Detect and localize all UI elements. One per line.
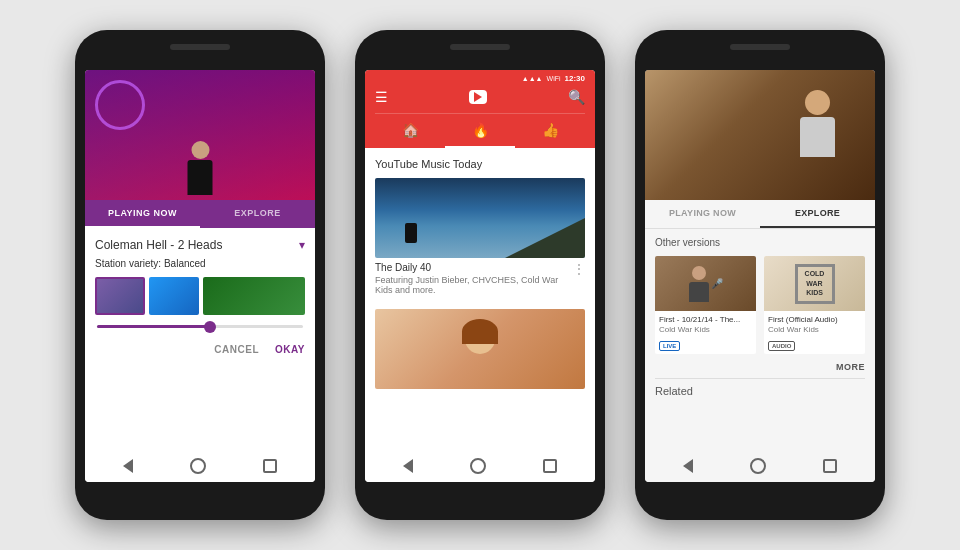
- album-cover: COLDWARKIDS: [795, 264, 835, 304]
- dropdown-arrow-icon[interactable]: ▾: [299, 238, 305, 252]
- video-card-1[interactable]: The Daily 40 Featuring Justin Bieber, CH…: [375, 178, 585, 299]
- back-button[interactable]: [123, 459, 133, 473]
- signal-icon: ▲▲▲: [522, 75, 543, 82]
- version-1-info: First - 10/21/14 - The... Cold War Kids …: [655, 311, 756, 354]
- thumbnail-strip: [95, 277, 305, 315]
- video-text-1: The Daily 40 Featuring Justin Bieber, CH…: [375, 262, 573, 295]
- recent-button[interactable]: [263, 459, 277, 473]
- slider-handle[interactable]: [204, 321, 216, 333]
- recent-button[interactable]: [823, 459, 837, 473]
- more-button[interactable]: MORE: [836, 362, 865, 372]
- phone-2-nav-tabs: 🏠 🔥 👍: [375, 113, 585, 148]
- other-versions-title: Other versions: [655, 237, 865, 248]
- song-title: Coleman Hell - 2 Heads: [95, 238, 222, 252]
- youtube-play-icon: [474, 92, 482, 102]
- status-bar: ▲▲▲ WiFi 12:30: [375, 70, 585, 85]
- tab-explore[interactable]: EXPLORE: [200, 200, 315, 228]
- phone-2-header: ▲▲▲ WiFi 12:30 ☰ 🔍 🏠 🔥 👍: [365, 70, 595, 148]
- phone-3-tabs: PLAYING NOW EXPLORE: [645, 200, 875, 229]
- menu-icon[interactable]: ☰: [375, 89, 388, 105]
- back-button[interactable]: [403, 459, 413, 473]
- version-2-title: First (Official Audio): [768, 315, 861, 325]
- video-title-1: The Daily 40: [375, 262, 573, 273]
- car-person-head: [805, 90, 830, 115]
- song-title-row: Coleman Hell - 2 Heads ▾: [95, 238, 305, 252]
- car-person-figure: [800, 90, 835, 157]
- car-background: [645, 70, 875, 200]
- phone-1-tabs: PLAYING NOW EXPLORE: [85, 200, 315, 228]
- cancel-button[interactable]: CANCEL: [214, 344, 259, 355]
- youtube-logo: [469, 90, 487, 104]
- thumbnail-2[interactable]: [149, 277, 199, 315]
- recent-button[interactable]: [543, 459, 557, 473]
- dialog-actions: CANCEL OKAY: [95, 340, 305, 355]
- performer-body: [188, 160, 213, 195]
- phone-3-hero: [645, 70, 875, 200]
- version-card-2[interactable]: COLDWARKIDS First (Official Audio) Cold …: [764, 256, 865, 354]
- slider-fill: [97, 325, 210, 328]
- cliff-shape: [505, 208, 585, 258]
- phone-3-main: Other versions 🎤 First - 10: [645, 229, 875, 482]
- station-variety-slider[interactable]: [97, 325, 303, 328]
- phone-2-content: ▲▲▲ WiFi 12:30 ☰ 🔍 🏠 🔥 👍: [365, 70, 595, 482]
- live-badge: LIVE: [659, 341, 680, 351]
- version-1-title: First - 10/21/14 - The...: [659, 315, 752, 325]
- search-icon[interactable]: 🔍: [568, 89, 585, 105]
- home-button[interactable]: [190, 458, 206, 474]
- phone-2-bottom-nav: [375, 458, 585, 474]
- person-hair: [462, 319, 498, 344]
- thumbnail-1[interactable]: [95, 277, 145, 315]
- more-button-row: MORE: [655, 362, 865, 372]
- phone-1-content: PLAYING NOW EXPLORE Coleman Hell - 2 Hea…: [85, 70, 315, 482]
- tab-playing-now[interactable]: PLAYING NOW: [645, 200, 760, 228]
- phone-3-screen: PLAYING NOW EXPLORE Other versions: [645, 70, 875, 482]
- phone-3: PLAYING NOW EXPLORE Other versions: [635, 30, 885, 520]
- performer-figure: [188, 141, 213, 195]
- video-card-2[interactable]: [375, 309, 585, 389]
- microphone-icon: 🎤: [711, 278, 723, 289]
- phone-3-bottom-nav: [655, 458, 865, 474]
- version-cards: 🎤 First - 10/21/14 - The... Cold War Kid…: [655, 256, 865, 354]
- version-card-1[interactable]: 🎤 First - 10/21/14 - The... Cold War Kid…: [655, 256, 756, 354]
- phone-3-content: PLAYING NOW EXPLORE Other versions: [645, 70, 875, 482]
- mini-body: [689, 282, 709, 302]
- phone-1-main-content: Coleman Hell - 2 Heads ▾ Station variety…: [85, 228, 315, 482]
- status-time: 12:30: [565, 74, 585, 83]
- phone-1: PLAYING NOW EXPLORE Coleman Hell - 2 Hea…: [75, 30, 325, 520]
- nav-tab-home[interactable]: 🏠: [375, 114, 445, 148]
- version-1-artist: Cold War Kids: [659, 325, 752, 334]
- okay-button[interactable]: OKAY: [275, 344, 305, 355]
- version-thumb-1: 🎤: [655, 256, 756, 311]
- nav-tab-liked[interactable]: 👍: [515, 114, 585, 148]
- nav-tab-trending[interactable]: 🔥: [445, 114, 515, 148]
- performer-head: [191, 141, 209, 159]
- thumbnail-3[interactable]: [203, 277, 305, 315]
- related-section: Related: [655, 378, 865, 403]
- video-thumbnail-1: [375, 178, 585, 258]
- cliff-person-figure: [405, 223, 417, 243]
- video-desc-1: Featuring Justin Bieber, CHVCHES, Cold W…: [375, 275, 573, 295]
- video-thumbnail-2: [375, 309, 585, 389]
- wifi-icon: WiFi: [547, 75, 561, 82]
- section-title: YouTube Music Today: [375, 158, 585, 170]
- phone-1-hero-image: [85, 70, 315, 200]
- neon-decoration: [95, 80, 145, 130]
- video-info-1: The Daily 40 Featuring Justin Bieber, CH…: [375, 258, 585, 299]
- phone-2: ▲▲▲ WiFi 12:30 ☰ 🔍 🏠 🔥 👍: [355, 30, 605, 520]
- home-button[interactable]: [470, 458, 486, 474]
- video-more-icon[interactable]: ⋮: [573, 262, 585, 276]
- version-2-info: First (Official Audio) Cold War Kids AUD…: [764, 311, 865, 354]
- version-thumb-2: COLDWARKIDS: [764, 256, 865, 311]
- station-variety-label: Station variety: Balanced: [95, 258, 305, 269]
- album-text: COLDWARKIDS: [805, 269, 825, 298]
- version-2-artist: Cold War Kids: [768, 325, 861, 334]
- audio-badge: AUDIO: [768, 341, 795, 351]
- tab-explore[interactable]: EXPLORE: [760, 200, 875, 228]
- phone-1-bottom-nav: [95, 458, 305, 474]
- toolbar: ☰ 🔍: [375, 85, 585, 113]
- back-button[interactable]: [683, 459, 693, 473]
- version-thumb-person: [689, 266, 709, 302]
- phone-1-screen: PLAYING NOW EXPLORE Coleman Hell - 2 Hea…: [85, 70, 315, 482]
- home-button[interactable]: [750, 458, 766, 474]
- tab-playing-now[interactable]: PLAYING NOW: [85, 200, 200, 228]
